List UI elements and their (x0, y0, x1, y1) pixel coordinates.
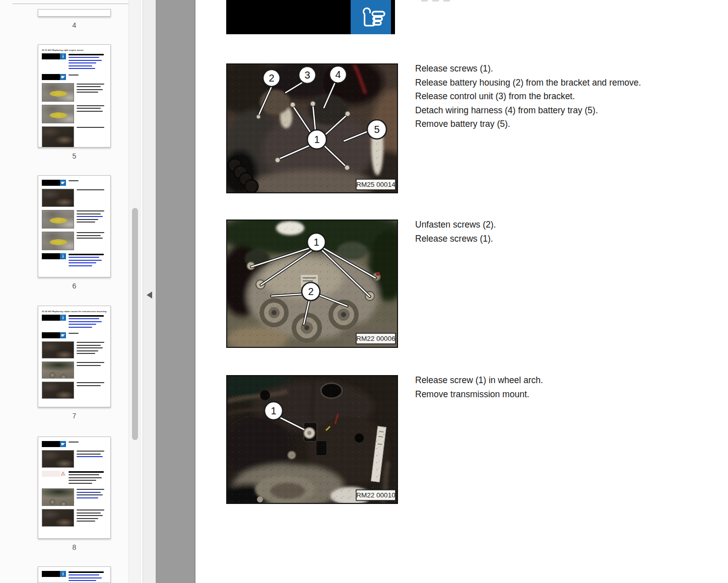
thumbnail-text-line (77, 84, 104, 85)
thumbnail-header: 23 11 001 Replacing right engine mount (42, 49, 107, 51)
instruction-line: Release screws (1). (415, 232, 496, 246)
thumbnail-text-line (69, 571, 104, 573)
thumbnail-photo (42, 488, 74, 506)
thumbnail-text-line (69, 577, 102, 578)
thumbnail-photo-row (42, 509, 107, 527)
thumbnail-text-line (69, 480, 96, 481)
thumbnail-text-line (77, 497, 98, 498)
callout-4: 4 (335, 69, 341, 80)
thumbnail-banner-row: ☛ (42, 441, 107, 447)
thumbnail-text-line (77, 111, 103, 112)
instruction-line: Unfasten screws (2). (415, 218, 496, 232)
thumbnail-photo-row (42, 189, 107, 207)
figure-transmission-mount-top: 1 2 RM22 00006 (226, 220, 398, 348)
thumbnail-text-line (77, 489, 104, 490)
callout-3: 3 (304, 69, 310, 81)
thumbnail-photo-row (42, 488, 107, 506)
thumbnail-text-line (69, 54, 104, 55)
callout-2: 2 (269, 72, 274, 84)
page-number-label: 5 (38, 152, 111, 160)
thumbnail-photo (42, 509, 74, 527)
instruction-block-1: Release screws (1). Release battery hous… (415, 62, 641, 131)
figure-battery-tray: 2 3 4 1 5 RM25 00014 (226, 63, 398, 193)
thumbnail-banner-row: i (42, 53, 107, 71)
callout-1: 1 (271, 405, 276, 416)
thumbnail-text-line (77, 210, 104, 211)
thumbnail-text-line (77, 345, 101, 346)
thumbnail-text-line (77, 454, 101, 455)
document-page: 2 3 4 1 5 RM25 00014 Release screws (1).… (195, 0, 728, 583)
thumbnail-banner-row: ☛ (42, 74, 107, 80)
thumbnail-text-line (69, 483, 92, 484)
thumbnail-text-line (77, 350, 98, 351)
thumbnail-photo (42, 189, 74, 207)
thumbnail-text-line (77, 219, 98, 220)
thumbnail-text-line (69, 442, 79, 443)
thumbnail-text-line (77, 216, 103, 217)
thumbnail-text-line (77, 362, 104, 363)
thumbnail-text-line (77, 382, 104, 383)
thumbnail-text-line (69, 324, 96, 325)
thumbnail-photo-row (42, 105, 107, 123)
thumbnail-text-line (69, 257, 99, 258)
note-banner (226, 0, 395, 34)
thumbnail-text-line (77, 213, 101, 214)
sidebar-collapse-arrow-icon[interactable] (147, 292, 152, 299)
thumbnail-photo-row (42, 361, 107, 379)
info-icon: i (60, 571, 66, 577)
thumbnail-photo (42, 361, 74, 379)
thumbnail-text-line (69, 315, 104, 317)
pointing-hand-icon: ☛ (60, 441, 66, 447)
sidebar-scrollbar-thumb[interactable] (132, 208, 138, 440)
thumbnail-text-line (77, 127, 104, 128)
sidebar-divider (13, 4, 138, 4)
callout-1: 1 (314, 134, 319, 145)
pointing-hand-icon: ☛ (60, 332, 66, 338)
thumbnail-text-line (77, 451, 104, 452)
pointing-hand-note-icon (351, 0, 391, 34)
thumbnail-page-6[interactable]: ☛i (38, 175, 111, 277)
thumbnail-text-line (77, 92, 98, 93)
thumbnail-text-line (77, 385, 101, 386)
thumbnail-text-line (77, 353, 95, 354)
thumbnail-photo-row (42, 341, 107, 358)
pointing-hand-icon: ☛ (60, 180, 66, 186)
thumbnail-text-line (69, 333, 79, 334)
thumbnail-text-line (77, 89, 103, 90)
page-number-label: 4 (38, 21, 111, 29)
clipped-text-remnant (432, 0, 439, 2)
instruction-line: Detach wiring harness (4) from battery t… (415, 104, 641, 118)
thumbnail-photo (42, 341, 74, 358)
instruction-line: Release screw (1) in wheel arch. (415, 374, 543, 388)
thumbnail-header: 23 22 001 Replacing rubber mount for tra… (42, 310, 107, 313)
thumbnail-text-line (69, 260, 102, 261)
thumbnail-text-line (77, 86, 101, 87)
thumbnail-text-line (69, 68, 95, 69)
thumbnail-banner-row: i (42, 253, 107, 268)
instruction-block-3: Release screw (1) in wheel arch. Remove … (415, 374, 543, 401)
clipped-text-remnant (443, 0, 450, 2)
thumbnail-text-line (69, 262, 96, 263)
thumbnail-page-7[interactable]: 23 22 001 Replacing rubber mount for tra… (38, 306, 111, 407)
thumbnail-photo-row (42, 382, 107, 399)
thumbnail-text-line (77, 456, 103, 457)
thumbnail-photo (42, 83, 74, 102)
callout-2: 2 (308, 286, 313, 297)
thumbnail-text-line (69, 471, 104, 473)
thumbnail-text-line (69, 574, 99, 575)
thumbnail-text-line (69, 62, 96, 63)
instruction-line: Remove battery tray (5). (415, 117, 641, 131)
instruction-block-2: Unfasten screws (2). Release screws (1). (415, 218, 496, 246)
thumbnail-banner-row: ⚠ (42, 471, 107, 485)
thumbnail-page-5[interactable]: 23 11 001 Replacing right engine mounti☛ (38, 44, 111, 148)
info-icon: i (60, 315, 66, 321)
thumbnail-text-line (69, 474, 99, 475)
thumbnail-page-4[interactable] (38, 9, 111, 17)
thumbnail-text-line (77, 515, 103, 516)
thumbnail-page-next[interactable]: i (38, 566, 111, 583)
thumbnail-page-8[interactable]: ☛⚠ (38, 436, 111, 539)
thumbnail-photo (42, 382, 74, 399)
thumbnail-text-line (77, 509, 104, 511)
thumbnail-text-line (77, 365, 101, 366)
warning-triangle-icon: ⚠ (60, 471, 66, 477)
